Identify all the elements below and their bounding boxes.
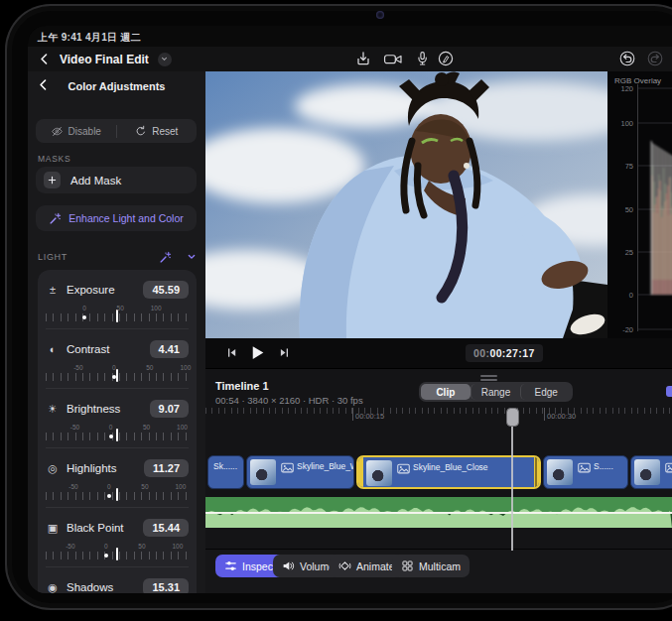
adjustment-slider-row: ◉ Shadows 15.31 -50050100	[46, 566, 189, 593]
ruler-tick-label: -50	[66, 543, 74, 550]
status-datetime: 上午 9:41 4月1日 週二	[38, 31, 141, 45]
camera-icon[interactable]	[383, 52, 403, 66]
timecode-display: 00:00:27:17	[466, 344, 543, 362]
magic-wand-icon	[49, 212, 62, 225]
timeline-clip[interactable]: S......	[543, 455, 628, 489]
eye-off-icon	[51, 125, 64, 138]
slider-ruler[interactable]: 050100	[46, 306, 189, 323]
ruler-cursor	[116, 429, 118, 441]
back-chevron-icon[interactable]	[38, 53, 51, 65]
redo-icon[interactable]	[647, 51, 663, 66]
image-icon	[397, 463, 410, 474]
slider-ruler[interactable]: -50050100	[46, 425, 189, 442]
slider-icon: ▣	[46, 522, 60, 535]
transport-bar: 00:00:27:17	[205, 338, 672, 368]
import-icon[interactable]	[355, 51, 371, 66]
microphone-icon[interactable]	[415, 51, 430, 66]
mode-clip[interactable]: Clip	[421, 384, 470, 400]
clips-track: Sk...... Skyline_Blue_Wide Skyline_Blue_…	[205, 455, 672, 489]
ruler-tick-label: 0	[82, 305, 86, 311]
clip-label: S......	[594, 461, 613, 471]
chevron-down-icon	[160, 55, 169, 63]
ruler-tick-label: 50	[138, 543, 145, 550]
slider-value-badge[interactable]: 11.27	[144, 459, 189, 477]
ruler-tick-label: 100	[175, 483, 186, 490]
playhead-line[interactable]	[511, 426, 513, 551]
timeline-toolbar: InspectVolumeAnimateMulticam	[205, 549, 672, 593]
play-icon[interactable]	[249, 344, 266, 361]
undo-icon[interactable]	[619, 51, 635, 66]
pencil-icon[interactable]	[438, 51, 454, 66]
disable-button[interactable]: Disable	[36, 119, 116, 143]
clip-label: Skyline_Blue_Wide	[297, 461, 354, 471]
slider-value-badge[interactable]: 45.59	[143, 281, 189, 299]
project-title[interactable]: Video Final Edit	[60, 53, 149, 66]
timeline-clip[interactable]: Sk......	[207, 455, 244, 489]
scope-tick-label: 0	[607, 291, 633, 300]
slider-ruler[interactable]: -50050100	[46, 365, 189, 383]
reset-button[interactable]: Reset	[117, 119, 198, 143]
slider-name: Black Point	[67, 522, 136, 534]
playhead-handle[interactable]	[506, 408, 519, 427]
slider-name: Contrast	[67, 343, 143, 355]
ruler-tick-label: 50	[141, 483, 148, 490]
clip-thumbnail	[634, 459, 660, 485]
enhance-light-color-button[interactable]: Enhance Light and Color	[36, 205, 197, 231]
ruler-tick-label: 100	[177, 424, 188, 431]
scope-tick-label: -20	[607, 325, 633, 334]
ruler-tick-label: -50	[73, 364, 82, 371]
adjustment-slider-row: ◐ Contrast 4.41 -50050100	[46, 328, 189, 388]
scope-tick-label: 25	[607, 248, 633, 257]
multicam-button[interactable]: Multicam	[392, 555, 470, 577]
slider-icon: ◐	[46, 343, 60, 355]
slider-value-badge[interactable]: 4.41	[150, 340, 189, 358]
add-mask-button[interactable]: Add Mask	[36, 167, 197, 193]
timeline-drag-handle[interactable]	[480, 375, 497, 377]
mode-range[interactable]: Range	[470, 384, 521, 400]
skip-forward-icon[interactable]	[278, 346, 291, 359]
audio-clip[interactable]	[205, 497, 672, 528]
inspect-icon	[224, 559, 237, 572]
timeline-corner-icon[interactable]	[666, 386, 672, 397]
panel-title: Color Adjustments	[28, 80, 205, 92]
timeline-clip[interactable]	[630, 455, 672, 489]
ruler-zero-dot	[109, 435, 113, 438]
clip-thumbnail	[366, 460, 392, 486]
timeline-clip[interactable]: Skyline_Blue_Close	[356, 455, 541, 489]
slider-icon: ◉	[46, 581, 60, 594]
plus-icon	[44, 172, 61, 188]
project-menu-button[interactable]	[158, 53, 172, 66]
volume-line[interactable]	[205, 512, 672, 514]
slider-name: Brightness	[67, 403, 143, 415]
video-preview[interactable]	[205, 71, 607, 338]
timeline-ruler[interactable]	[205, 408, 672, 414]
edit-mode-segmented-control: ClipRangeEdge	[419, 382, 573, 402]
slider-value-badge[interactable]: 9.07	[150, 400, 189, 418]
ruler-tick-label: -50	[68, 483, 77, 490]
skip-back-icon[interactable]	[225, 346, 238, 359]
slider-icon: ±	[46, 284, 60, 296]
adjustment-slider-row: ± Exposure 45.59 050100	[46, 270, 189, 328]
ruler-cursor	[116, 369, 118, 382]
slider-name: Exposure	[67, 284, 136, 296]
slider-icon: ◎	[46, 462, 60, 475]
light-section-header: LIGHT	[38, 249, 198, 265]
slider-ruler[interactable]: -50050100	[46, 484, 189, 502]
slider-value-badge[interactable]: 15.44	[143, 519, 189, 537]
ruler-tick-label: 0	[107, 483, 111, 490]
auto-enhance-icon[interactable]	[159, 251, 172, 264]
scope-tick-label: 50	[607, 205, 633, 214]
slider-ruler[interactable]: -50050100	[46, 544, 189, 561]
clip-label: Sk......	[213, 461, 237, 471]
disable-reset-row: Disable Reset	[36, 119, 197, 143]
slider-value-badge[interactable]: 15.31	[143, 578, 189, 593]
clip-thumbnail	[250, 459, 276, 485]
status-bar: 上午 9:41 4月1日 週二	[28, 26, 672, 47]
timeline-clip[interactable]: Skyline_Blue_Wide	[246, 455, 354, 489]
preview-frame-art	[205, 71, 607, 338]
ruler-zero-dot	[104, 554, 108, 558]
collapse-chevron-icon[interactable]	[186, 251, 198, 263]
mode-edge[interactable]: Edge	[520, 384, 571, 400]
image-icon	[578, 462, 591, 473]
title-bar: Video Final Edit	[28, 47, 672, 71]
